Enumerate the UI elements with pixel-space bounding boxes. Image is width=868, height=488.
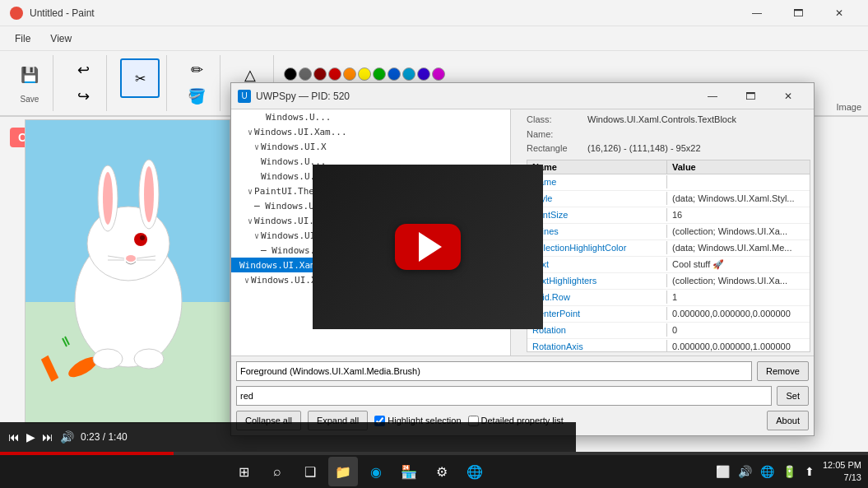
store-button[interactable]: 🏪 [394,457,424,486]
prop-name-cell: Inlines [527,225,667,238]
edge-button[interactable]: ◉ [361,457,391,486]
prop-name-cell: TextHighlighters [527,274,667,287]
props-table-row[interactable]: Grid.Row 1 [527,290,810,306]
ribbon-undo-btn[interactable]: ↩ [67,58,100,81]
volume-icon[interactable]: 🔊 [735,462,755,481]
color-black[interactable] [284,67,297,81]
rect-value: (16,126) - (111,148) - 95x22 [587,142,701,156]
uwpspy-title: UWPSpy — PID: 520 [256,91,689,102]
taskview-button[interactable]: ❑ [295,457,325,486]
ribbon-clipboard: 💾 Save [7,55,53,111]
rect-label: Rectangle [527,142,584,156]
tree-item[interactable]: ∨ Windows.UI.Xam... [231,124,510,139]
ribbon-brushes: ✏ 🪣 [174,55,220,111]
ribbon-redo-btn[interactable]: ↪ [67,85,100,108]
prop-value-cell: 0 [667,323,810,337]
paint-window-controls: — 🗖 ✕ [738,0,858,26]
skip-back-10-btn[interactable]: ⏮ [8,430,20,444]
bottom-row2: Set [236,386,809,406]
system-clock[interactable]: 12:05 PM 7/13 [823,459,861,485]
color-blue[interactable] [388,67,401,81]
network-icon[interactable]: 🌐 [757,462,777,481]
taskbar-right: ⬜ 🔊 🌐 🔋 ⬆ 12:05 PM 7/13 [713,459,861,485]
ribbon-save-btn[interactable]: 💾 [13,58,46,91]
ribbon-save-label: Save [21,95,39,104]
uwpspy-close-btn[interactable]: ✕ [769,83,807,109]
rabbit-svg [34,137,223,408]
tree-item[interactable]: Windows.U... [231,109,510,124]
ribbon-pencil-btn[interactable]: ✏ [180,58,213,81]
ribbon-undo-section: ↩ ↪ [60,55,107,111]
settings-button[interactable]: ⚙ [427,457,457,486]
header-name: Name [527,160,667,174]
prop-name-cell: FontSize [527,208,667,221]
color-orange[interactable] [343,67,356,81]
color-red[interactable] [328,67,341,81]
paint-minimize-btn[interactable]: — [738,0,776,26]
search-button[interactable]: ⌕ [262,457,292,486]
xbox-button[interactable]: 🌐 [460,457,490,486]
name-label: Name: [527,128,584,142]
ribbon-select-tool[interactable]: ✂ [120,58,160,98]
paint-view-menu[interactable]: View [42,30,80,48]
prop-name-cell: CenterPoint [527,307,667,320]
svg-point-7 [140,235,145,240]
uwpspy-maximize-btn[interactable]: 🗖 [731,83,769,109]
prop-value-cell: 1 [667,290,810,304]
youtube-play-button[interactable] [395,224,461,270]
caption-icon[interactable]: ⬜ [713,462,733,481]
remove-button[interactable]: Remove [757,361,809,381]
color-purple[interactable] [417,67,430,81]
props-table-row[interactable]: Rotation 0 [527,323,810,339]
notifications-icon[interactable]: ⬆ [801,462,818,481]
prop-value-cell: (collection; Windows.UI.Xa... [667,274,810,287]
color-magenta[interactable] [432,67,445,81]
color-green[interactable] [373,67,386,81]
start-button[interactable]: ⊞ [230,457,259,486]
value-input[interactable] [236,386,772,406]
paint-maximize-btn[interactable]: 🗖 [779,0,817,26]
system-tray-icons: ⬜ 🔊 🌐 🔋 ⬆ [713,462,818,481]
header-value: Value [667,160,810,174]
image-label: Image [836,102,861,112]
color-darkred[interactable] [313,67,327,81]
tree-item[interactable]: ∨ Windows.UI.X [231,139,510,154]
play-pause-btn[interactable]: ▶ [26,430,35,444]
class-label: Class: [527,113,584,128]
props-table-row[interactable]: Name [527,174,810,191]
about-button[interactable]: About [767,411,809,430]
svg-point-3 [103,172,113,225]
props-table-row[interactable]: CenterPoint 0.000000,0.000000,0.000000 [527,306,810,323]
props-table-row[interactable]: Text Cool stuff 🚀 [527,257,810,273]
paint-app-icon [10,7,23,20]
ribbon-bucket-btn[interactable]: 🪣 [180,85,213,108]
taskbar-center: ⊞ ⌕ ❑ 📁 ◉ 🏪 ⚙ 🌐 [10,457,709,486]
paint-close-btn[interactable]: ✕ [820,0,858,26]
video-overlay[interactable] [313,165,543,329]
props-table-row[interactable]: SelectionHighlightColor (data; Windows.U… [527,240,810,257]
props-table-row[interactable]: FontSize 16 [527,207,810,224]
props-table-row[interactable]: Style (data; Windows.UI.Xaml.Styl... [527,191,810,207]
battery-icon[interactable]: 🔋 [779,462,800,481]
set-button[interactable]: Set [777,386,809,406]
props-table-row[interactable]: RotationAxis 0.000000,0.000000,1.000000 [527,339,810,352]
uwpspy-titlebar: U UWPSpy — PID: 520 — 🗖 ✕ [231,83,814,109]
skip-forward-10-btn[interactable]: ⏭ [42,430,53,444]
uwpspy-minimize-btn[interactable]: — [694,83,731,109]
uwpspy-icon: U [238,90,251,103]
prop-value-cell: 16 [667,208,810,221]
props-table[interactable]: Name Value Name Style (data; Windows.UI.… [527,160,810,352]
prop-name-cell: SelectionHighlightColor [527,241,667,254]
props-table-row[interactable]: TextHighlighters (collection; Windows.UI… [527,273,810,290]
color-yellow[interactable] [358,67,371,81]
color-lightblue[interactable] [402,67,415,81]
explorer-button[interactable]: 📁 [328,457,358,486]
props-table-row[interactable]: Inlines (collection; Windows.UI.Xa... [527,224,810,240]
color-gray[interactable] [299,67,312,81]
property-dropdown[interactable]: Foreground (Windows.UI.Xaml.Media.Brush) [236,361,752,381]
paint-canvas[interactable] [25,119,230,424]
volume-btn[interactable]: 🔊 [60,430,74,444]
paint-file-menu[interactable]: File [7,30,39,48]
uwpspy-window-controls: — 🗖 ✕ [694,83,807,109]
prop-name-cell: Text [527,258,667,271]
